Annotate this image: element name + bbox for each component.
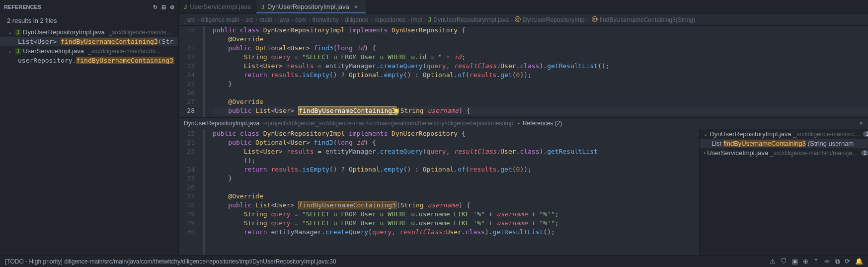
java-file-icon: J bbox=[428, 16, 432, 23]
refresh-icon[interactable]: ↻ bbox=[153, 4, 158, 10]
crumb[interactable]: diligence-main bbox=[201, 16, 239, 23]
crumb[interactable]: thetwitchy bbox=[313, 16, 339, 23]
record-icon[interactable]: ▣ bbox=[792, 258, 798, 265]
refs-preview-editor[interactable]: 1521232425262728292930 public class DynU… bbox=[179, 129, 699, 255]
result-file-1[interactable]: ⌄ J UserServiceImpl.java _src/diligence-… bbox=[0, 46, 178, 56]
gutter: 152122232425262728 bbox=[179, 26, 203, 117]
result-line-match: findByUsernameContaining3(query); bbox=[76, 57, 174, 64]
breadcrumbs[interactable]: _src› diligence-main› src› main› java› c… bbox=[179, 14, 868, 26]
refs-tree-file[interactable]: ›UserServiceImpl.java _src/diligence-mai… bbox=[700, 148, 868, 158]
add-icon[interactable]: ⊕ bbox=[803, 258, 808, 265]
lightbulb-icon[interactable]: 💡 bbox=[393, 108, 400, 117]
crumb[interactable]: src bbox=[245, 16, 253, 23]
crumb[interactable]: com bbox=[295, 16, 307, 23]
result-filename: UserServiceImpl.java bbox=[23, 47, 84, 55]
sync-icon[interactable]: ⟳ bbox=[845, 258, 850, 265]
result-line-0[interactable]: List<User> findByUsernameContaining3(Str… bbox=[0, 37, 178, 46]
status-bar: [TODO - High priority] diligence-main/sr… bbox=[0, 255, 868, 267]
crumb[interactable]: impl bbox=[411, 16, 422, 23]
result-line-match: findByUsernameContaining3 bbox=[61, 38, 158, 45]
refs-tree-line[interactable]: List findByUsernameContaining3(String us… bbox=[700, 139, 868, 148]
java-file-icon: J bbox=[15, 29, 21, 36]
code-content[interactable]: public class DynUserRepositoryImpl imple… bbox=[213, 26, 868, 117]
references-sidebar: REFERENCES ↻ ⊟ ⊘ 2 results in 2 files ⌄ … bbox=[0, 0, 179, 255]
java-file-icon: J bbox=[15, 48, 21, 55]
tab-dynuserrepo[interactable]: J DynUserRepositoryImpl.java × bbox=[256, 0, 366, 13]
status-message[interactable]: [TODO - High priority] diligence-main/sr… bbox=[5, 258, 336, 265]
crumb-class[interactable]: DynUserRepositoryImpl bbox=[523, 16, 586, 23]
bell-icon[interactable]: 🔔 bbox=[855, 258, 863, 265]
references-panel-header: DynUserRepositoryImpl.java ~/projects/di… bbox=[179, 117, 868, 129]
java-file-icon: J bbox=[184, 4, 187, 10]
result-line-pre: List<User> bbox=[18, 38, 61, 45]
java-file-icon: J bbox=[261, 4, 264, 10]
link-icon[interactable]: ⧉ bbox=[835, 258, 840, 266]
result-path: _src/diligence-main/src... bbox=[109, 29, 174, 36]
account-icon[interactable]: ⌯ bbox=[824, 258, 830, 265]
arrow-up-icon[interactable]: ⇡ bbox=[813, 258, 819, 265]
warning-icon[interactable]: ⚠ bbox=[770, 258, 776, 265]
sidebar-title: REFERENCES bbox=[4, 4, 153, 10]
sidebar-header: REFERENCES ↻ ⊟ ⊘ bbox=[0, 0, 178, 14]
method-icon: ⓜ bbox=[592, 15, 598, 24]
result-line-1[interactable]: userRepository.findByUsernameContaining3… bbox=[0, 56, 178, 65]
gutter: 1521232425262728292930 bbox=[179, 129, 203, 255]
refs-count-label: References (2) bbox=[523, 120, 562, 127]
crumb[interactable]: main bbox=[259, 16, 272, 23]
crumb[interactable]: diligence bbox=[345, 16, 368, 23]
tab-label: DynUserRepositoryImpl.java bbox=[267, 3, 349, 10]
change-marker bbox=[203, 129, 205, 255]
refs-file-path: ~/projects/diligence/_src/diligence-main… bbox=[262, 120, 515, 127]
chevron-down-icon: ⌄ bbox=[8, 29, 13, 35]
close-icon[interactable]: × bbox=[352, 3, 358, 10]
collapse-all-icon[interactable]: ⊟ bbox=[161, 4, 166, 10]
refs-tree-file[interactable]: ⌄DynUserRepositoryImpl.java _src/diligen… bbox=[700, 129, 868, 139]
crumb[interactable]: java bbox=[278, 16, 289, 23]
crumb[interactable]: _src bbox=[184, 16, 195, 23]
class-icon: ⓒ bbox=[515, 15, 521, 24]
crumb-method[interactable]: findByUsernameContaining3(String) bbox=[600, 16, 695, 23]
result-file-0[interactable]: ⌄ J DynUserRepositoryImpl.java _src/dili… bbox=[0, 27, 178, 37]
result-filename: DynUserRepositoryImpl.java bbox=[23, 28, 105, 36]
result-line-pre: userRepository. bbox=[18, 57, 76, 64]
refs-file-name: DynUserRepositoryImpl.java bbox=[184, 120, 259, 127]
clear-icon[interactable]: ⊘ bbox=[170, 4, 174, 10]
crumb[interactable]: repositories bbox=[374, 16, 405, 23]
chevron-down-icon: ⌄ bbox=[8, 48, 13, 54]
crumb-file[interactable]: DynUserRepositoryImpl.java bbox=[433, 16, 509, 23]
editor-top[interactable]: 152122232425262728 public class DynUserR… bbox=[179, 26, 868, 117]
result-path: _src/diligence-main/src/m... bbox=[88, 48, 160, 55]
tab-label: UserServiceImpl.java bbox=[190, 3, 251, 10]
close-icon[interactable]: × bbox=[860, 120, 863, 127]
code-content[interactable]: public class DynUserRepositoryImpl imple… bbox=[213, 129, 699, 255]
change-marker bbox=[203, 26, 205, 117]
tab-userservice[interactable]: J UserServiceImpl.java bbox=[179, 0, 256, 13]
shield-icon[interactable]: ⛉ bbox=[781, 258, 787, 265]
tab-bar: J UserServiceImpl.java J DynUserReposito… bbox=[179, 0, 868, 14]
result-line-post: (String ... × bbox=[158, 38, 174, 45]
editor-area: J UserServiceImpl.java J DynUserReposito… bbox=[179, 0, 868, 255]
results-summary: 2 results in 2 files bbox=[0, 14, 178, 27]
references-panel-body: 1521232425262728292930 public class DynU… bbox=[179, 129, 868, 255]
references-tree: ⌄DynUserRepositoryImpl.java _src/diligen… bbox=[699, 129, 868, 255]
